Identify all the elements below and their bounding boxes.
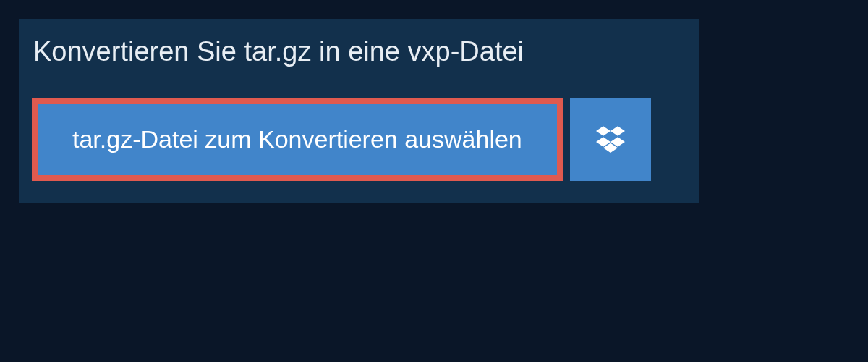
dropbox-icon [596,124,625,155]
page-title: Konvertieren Sie tar.gz in eine vxp-Date… [19,19,538,85]
select-file-button[interactable]: tar.gz-Datei zum Konvertieren auswählen [38,104,557,175]
page-container: Konvertieren Sie tar.gz in eine vxp-Date… [0,0,868,203]
highlight-border: tar.gz-Datei zum Konvertieren auswählen [32,98,563,181]
buttons-row: tar.gz-Datei zum Konvertieren auswählen [19,85,699,203]
dropbox-button[interactable] [570,98,651,181]
convert-panel: Konvertieren Sie tar.gz in eine vxp-Date… [19,19,699,203]
